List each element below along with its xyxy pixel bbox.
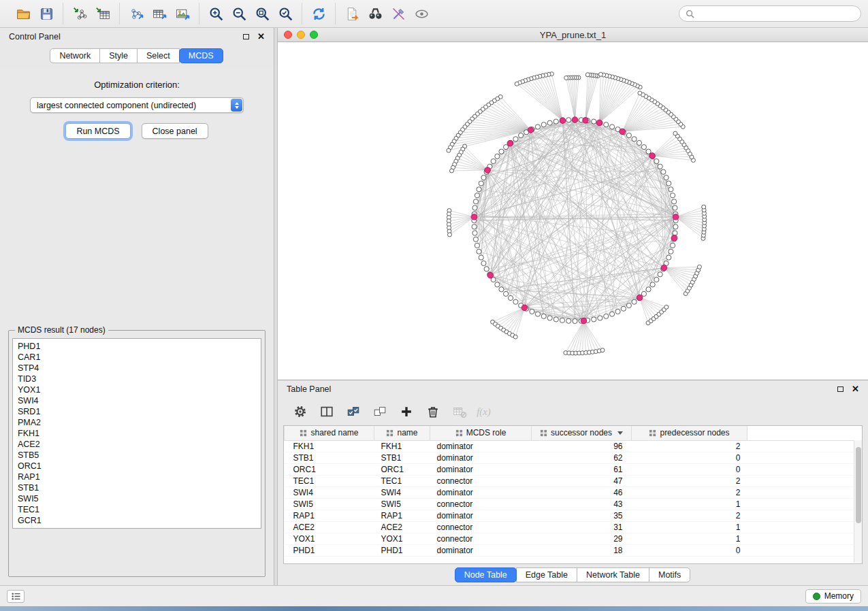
search-box[interactable] <box>679 5 861 22</box>
column-attribute-icon <box>386 429 393 437</box>
gear-button[interactable] <box>291 403 309 420</box>
table-cell: YOX1 <box>374 533 430 544</box>
table-cell: 31 <box>532 521 632 533</box>
table-vertical-scrollbar[interactable] <box>854 440 862 563</box>
find-button[interactable] <box>364 3 387 24</box>
table-cell: 35 <box>532 510 632 521</box>
import-table-button[interactable] <box>91 3 114 24</box>
table-row[interactable]: STB1STB1dominator620 <box>285 452 863 463</box>
close-table-panel-icon[interactable]: ✕ <box>852 384 859 393</box>
result-list-item[interactable]: PHD1 <box>18 341 256 352</box>
zoom-out-button[interactable] <box>227 3 251 24</box>
tab-select[interactable]: Select <box>137 48 180 63</box>
tab-style[interactable]: Style <box>99 48 138 63</box>
tab-motifs[interactable]: Motifs <box>649 567 690 582</box>
tab-network[interactable]: Network <box>50 48 100 63</box>
result-list-item[interactable]: STB5 <box>18 450 256 461</box>
memory-button[interactable]: Memory <box>805 589 861 604</box>
network-canvas[interactable] <box>278 42 868 380</box>
network-window-titlebar[interactable]: YPA_prune.txt_1 <box>278 28 868 42</box>
table-cell: 29 <box>532 533 632 544</box>
result-list-item[interactable]: STP4 <box>18 363 256 374</box>
table-row[interactable]: PHD1PHD1dominator180 <box>285 544 863 556</box>
result-list-item[interactable]: ACE2 <box>18 439 256 450</box>
table-cell: RAP1 <box>285 510 374 521</box>
result-list-item[interactable]: SWI4 <box>18 395 256 406</box>
table-cell: 46 <box>532 486 632 498</box>
column-header-name[interactable]: name <box>374 426 430 440</box>
table-cell: FKH1 <box>285 440 374 452</box>
table-cell: ACE2 <box>374 521 430 533</box>
table-row[interactable]: SWI4SWI4dominator462 <box>285 486 863 498</box>
scrollbar-thumb[interactable] <box>856 447 861 523</box>
mcds-result-list[interactable]: PHD1CAR1STP4TID3YOX1SWI4SRD1PMA2FKH1ACE2… <box>12 338 261 529</box>
export-table-icon <box>152 6 167 22</box>
zoom-fit-icon <box>255 6 270 22</box>
column-header-shared-name[interactable]: shared name <box>285 426 374 440</box>
float-panel-icon[interactable] <box>243 34 249 39</box>
result-list-item[interactable]: RAP1 <box>18 472 256 482</box>
column-header-successor-nodes[interactable]: successor nodes <box>532 426 632 440</box>
close-panel-icon[interactable]: ✕ <box>257 32 265 41</box>
select-all-button[interactable] <box>344 403 362 420</box>
result-list-item[interactable]: TEC1 <box>18 504 256 515</box>
result-list-item[interactable]: CAR1 <box>18 352 256 363</box>
zoom-fit-button[interactable] <box>251 3 274 24</box>
export-network-button[interactable] <box>125 3 148 24</box>
column-header-mcds-role[interactable]: MCDS role <box>430 426 532 440</box>
graphics-details-button[interactable] <box>387 3 410 24</box>
deselect-all-button[interactable] <box>371 403 389 420</box>
table-row[interactable]: SWI5SWI5connector431 <box>285 498 863 510</box>
save-button[interactable] <box>35 3 58 24</box>
result-list-item[interactable]: GCR1 <box>18 515 256 526</box>
table-row[interactable]: YOX1YOX1connector291 <box>285 533 863 544</box>
column-attribute-icon <box>540 429 547 437</box>
table-row[interactable]: ACE2ACE2connector311 <box>285 521 863 533</box>
table-row[interactable]: RAP1RAP1dominator352 <box>285 510 863 521</box>
right-area: YPA_prune.txt_1 Table Panel <box>278 28 868 585</box>
open-folder-button[interactable] <box>12 3 35 24</box>
export-image-button[interactable] <box>171 3 194 24</box>
table-cell-filler <box>748 475 863 486</box>
result-list-item[interactable]: SRD1 <box>18 406 256 417</box>
tab-network-table[interactable]: Network Table <box>577 567 649 582</box>
maximize-window-icon[interactable] <box>310 31 318 39</box>
tab-mcds[interactable]: MCDS <box>179 48 223 63</box>
tab-edge-table[interactable]: Edge Table <box>516 567 577 582</box>
result-list-item[interactable]: FKH1 <box>18 428 256 439</box>
delete-button[interactable] <box>424 403 442 420</box>
import-network-button[interactable] <box>68 3 91 24</box>
result-list-item[interactable]: YOX1 <box>18 384 256 395</box>
search-input[interactable] <box>698 9 854 18</box>
result-list-item[interactable]: SWI5 <box>18 493 256 504</box>
minimize-window-icon[interactable] <box>297 31 305 39</box>
table-row[interactable]: FKH1FKH1dominator962 <box>285 440 863 452</box>
run-mcds-button[interactable]: Run MCDS <box>65 123 130 139</box>
find-icon <box>368 6 383 22</box>
result-list-item[interactable]: ORC1 <box>18 461 256 472</box>
tab-node-table[interactable]: Node Table <box>455 567 517 582</box>
float-table-panel-icon[interactable] <box>837 386 843 392</box>
split-columns-button[interactable] <box>318 403 336 420</box>
task-history-button[interactable] <box>7 590 25 603</box>
delete-table-button[interactable] <box>451 403 468 420</box>
result-list-item[interactable]: PMA2 <box>18 417 256 428</box>
table-row[interactable]: ORC1ORC1dominator610 <box>285 463 863 475</box>
close-window-icon[interactable] <box>284 31 292 39</box>
export-table-button[interactable] <box>148 3 171 24</box>
result-list-item[interactable]: TID3 <box>18 374 256 384</box>
criterion-dropdown[interactable]: largest connected component (undirected) <box>30 97 244 113</box>
zoom-in-button[interactable] <box>204 3 227 24</box>
refresh-layout-button[interactable] <box>307 3 330 24</box>
result-list-item[interactable]: STB1 <box>18 482 256 493</box>
column-header-predecessor-nodes[interactable]: predecessor nodes <box>632 426 748 440</box>
function-builder-button[interactable]: f(x) <box>477 403 495 420</box>
node-table-body: FKH1FKH1dominator962STB1STB1dominator620… <box>285 440 863 556</box>
close-panel-button[interactable]: Close panel <box>142 123 208 139</box>
table-cell: 0 <box>632 463 748 475</box>
show-hide-button[interactable] <box>410 3 433 24</box>
add-button[interactable] <box>398 403 415 420</box>
export-document-button[interactable] <box>340 3 364 24</box>
table-row[interactable]: TEC1TEC1connector472 <box>285 475 863 486</box>
zoom-selected-button[interactable] <box>274 3 297 24</box>
